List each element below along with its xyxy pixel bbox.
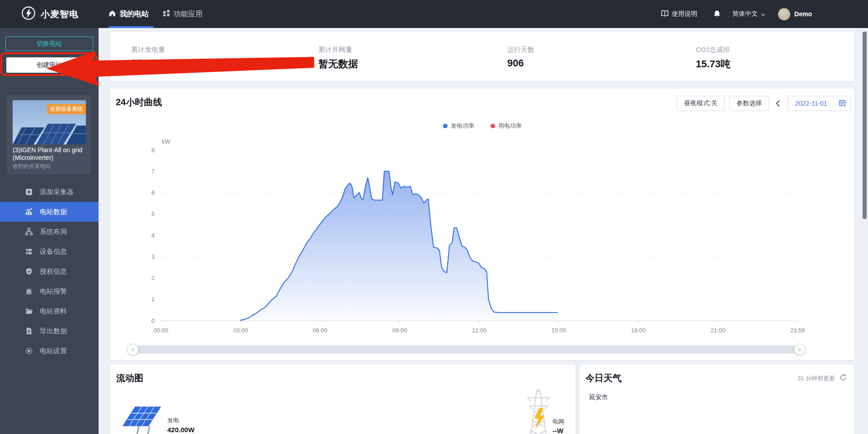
username: Demo	[794, 10, 812, 18]
plant-profile-folder-icon	[25, 307, 33, 315]
main-content: 累计发电量 27.00MWh 累计并网量 暂无数据 运行天数 906 CO2总减…	[99, 28, 868, 434]
offline-status-badge: 全部设备离线	[47, 104, 86, 114]
sidebar-item-add-logger[interactable]: 添加采集器	[0, 182, 99, 202]
authorization-shield-icon	[25, 267, 33, 275]
svg-text:23:59: 23:59	[790, 327, 805, 334]
weather-card: 今日天气 31 分钟前更新 延安市	[580, 364, 854, 434]
chart-zoom-slider[interactable]: ≡ ≡	[129, 345, 804, 354]
chart-title: 24小时曲线	[116, 96, 162, 108]
vertical-scrollbar[interactable]	[863, 32, 867, 219]
svg-text:03:00: 03:00	[233, 327, 248, 334]
tab-label: 功能应用	[174, 9, 203, 19]
plant-card[interactable]: 全部设备离线 (3)IGEN Plant-All on grid (Microi…	[7, 95, 91, 174]
pv-power-value: 420.00W	[167, 426, 194, 434]
svg-text:15:00: 15:00	[552, 327, 566, 334]
legend-dot-blue	[443, 124, 448, 128]
svg-text:00:00: 00:00	[154, 327, 169, 334]
svg-text:4: 4	[151, 232, 155, 239]
refresh-icon[interactable]	[840, 374, 847, 381]
switch-plant-button[interactable]: 切换电站	[5, 37, 93, 51]
svg-text:06:00: 06:00	[313, 327, 328, 334]
tab-apps[interactable]: 功能应用	[163, 0, 203, 28]
house-icon	[108, 9, 116, 19]
language-selector[interactable]: 简体中文	[732, 10, 765, 18]
grid-tower-icon	[526, 388, 551, 434]
top-navbar: 小麦智电 我的电站 功能应用 使用说明 简体中文 Demo	[0, 0, 868, 28]
device-info-icon	[25, 247, 33, 256]
svg-text:0: 0	[151, 317, 155, 324]
plant-data-icon	[25, 208, 33, 216]
svg-text:1: 1	[151, 296, 155, 303]
export-data-icon	[25, 327, 33, 335]
plant-alarm-icon	[25, 287, 33, 295]
sidebar-item-plant-data[interactable]: 电站数据	[0, 202, 99, 222]
apps-grid-icon	[163, 9, 170, 19]
plant-photo: 全部设备离线	[13, 100, 86, 145]
sidebar-item-device-info[interactable]: 设备信息	[0, 242, 99, 261]
sidebar: 切换电站 创建电站 全部设备离线 (3)IGEN Plant-All on gr…	[0, 28, 99, 434]
chevron-down-icon	[761, 10, 765, 18]
sidebar-item-authorization[interactable]: 授权信息	[0, 261, 99, 281]
help-link[interactable]: 使用说明	[661, 10, 697, 18]
add-logger-icon	[25, 188, 33, 196]
plant-share-subtitle: 收到的共享电站	[13, 163, 51, 170]
solar-panel-icon	[121, 401, 162, 434]
svg-text:2: 2	[151, 275, 155, 281]
tab-my-plants[interactable]: 我的电站	[108, 0, 149, 28]
help-label: 使用说明	[672, 10, 697, 18]
svg-text:21:00: 21:00	[711, 327, 726, 334]
sidebar-item-plant-settings[interactable]: 电站设置	[0, 341, 99, 361]
sidebar-item-system-layout[interactable]: 系统布局	[0, 222, 99, 242]
grid-power-value: --W	[552, 427, 563, 434]
summary-stats-card: 累计发电量 27.00MWh 累计并网量 暂无数据 运行天数 906 CO2总减…	[110, 32, 854, 81]
flow-diagram-card: 流动图 发电 420.00W	[110, 364, 576, 434]
svg-text:3: 3	[151, 253, 155, 260]
svg-text:kW: kW	[162, 138, 171, 145]
grid-label: 电网	[552, 418, 564, 426]
power-curve-chart: 012345678kW00:0003:0006:0009:0012:0015:0…	[128, 132, 834, 344]
slider-handle-left[interactable]: ≡	[127, 344, 139, 355]
svg-text:7: 7	[151, 168, 155, 175]
weather-city: 延安市	[589, 393, 608, 401]
flow-card-title: 流动图	[116, 372, 143, 384]
tab-label: 我的电站	[120, 9, 149, 19]
svg-text:8: 8	[151, 147, 155, 154]
parameter-select-button[interactable]: 参数选择	[729, 96, 769, 111]
svg-text:18:00: 18:00	[631, 327, 646, 334]
slider-handle-right[interactable]: ≡	[794, 344, 806, 355]
brand: 小麦智电	[21, 0, 79, 28]
active-tab-underline	[108, 26, 154, 28]
sidebar-item-plant-alarm[interactable]: 电站报警	[0, 281, 99, 301]
create-plant-button[interactable]: 创建电站	[6, 57, 92, 73]
legend-generation-power[interactable]: 发电功率	[443, 122, 474, 130]
previous-day-button[interactable]	[771, 96, 784, 111]
weather-card-title: 今日天气	[585, 372, 622, 384]
svg-text:09:00: 09:00	[392, 327, 407, 334]
calendar-icon	[839, 99, 846, 108]
chevron-left-icon	[775, 100, 780, 107]
notification-bell-icon[interactable]	[713, 10, 721, 18]
brand-logo-icon	[21, 5, 36, 23]
daily-curve-card: 24小时曲线 昼夜模式:关 参数选择 2022-11-01 发电功率 用电功率 …	[110, 89, 854, 360]
plant-settings-gear-icon	[25, 347, 33, 355]
legend-dot-red	[491, 124, 495, 128]
system-layout-icon	[25, 228, 33, 236]
svg-text:6: 6	[151, 189, 155, 196]
pv-label: 发电	[167, 416, 179, 425]
sidebar-item-plant-profile[interactable]: 电站资料	[0, 301, 99, 321]
svg-text:5: 5	[151, 210, 155, 217]
date-value: 2022-11-01	[795, 100, 827, 107]
plant-title: (3)IGEN Plant-All on grid (Microinverter…	[13, 146, 87, 162]
weather-updated-text: 31 分钟前更新	[797, 374, 835, 383]
legend-consumption-power[interactable]: 用电功率	[491, 122, 522, 130]
avatar[interactable]	[778, 8, 790, 20]
chart-legend: 发电功率 用电功率	[443, 122, 522, 130]
day-night-mode-button[interactable]: 昼夜模式:关	[677, 96, 725, 111]
date-picker[interactable]: 2022-11-01	[788, 96, 851, 111]
brand-name: 小麦智电	[41, 8, 79, 20]
language-label: 简体中文	[732, 10, 758, 18]
manual-book-icon	[661, 10, 669, 18]
svg-text:12:00: 12:00	[472, 327, 487, 334]
sidebar-item-export-data[interactable]: 导出数据	[0, 321, 99, 341]
